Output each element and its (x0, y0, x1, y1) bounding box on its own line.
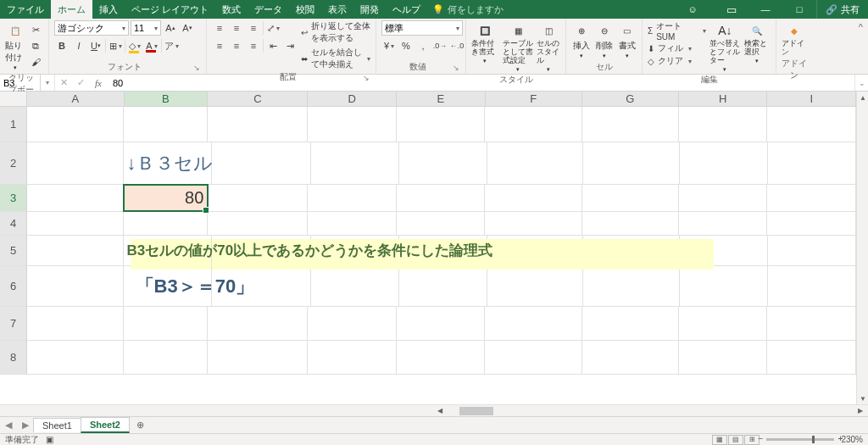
tab-help[interactable]: ヘルプ (386, 0, 427, 19)
cell-C4[interactable] (208, 212, 308, 235)
select-all-corner[interactable] (0, 92, 27, 106)
tab-home[interactable]: ホーム (51, 0, 92, 19)
tab-review[interactable]: 校閲 (289, 0, 321, 19)
row-header-2[interactable]: 2 (0, 142, 27, 184)
cell-E6[interactable] (399, 266, 487, 306)
new-sheet-button[interactable]: ⊕ (130, 420, 151, 431)
zoom-level-label[interactable]: 230% (841, 435, 863, 444)
hscroll-thumb[interactable] (459, 407, 493, 415)
font-color-button[interactable]: A (144, 38, 159, 53)
insert-function-button[interactable]: fx (89, 78, 108, 88)
cell-H1[interactable] (679, 107, 768, 142)
row-header-1[interactable]: 1 (0, 107, 27, 142)
scroll-up-icon[interactable]: ▲ (857, 92, 868, 103)
cell-B7[interactable] (124, 307, 208, 340)
tab-file[interactable]: ファイル (0, 0, 51, 19)
cell-F2[interactable] (487, 142, 583, 184)
cell-H6[interactable] (680, 266, 768, 306)
cell-H4[interactable] (679, 212, 768, 235)
cell-B6[interactable]: 「B3＞＝70」 (124, 266, 212, 306)
cell-B2[interactable]: ↓Ｂ３セル (124, 142, 212, 184)
row-header-6[interactable]: 6 (0, 266, 27, 306)
sheet-tab-sheet2[interactable]: Sheet2 (81, 417, 130, 433)
delete-cells-button[interactable]: ⊖削除▾ (594, 20, 614, 59)
expand-formula-bar-button[interactable]: ⌄ (854, 75, 868, 91)
align-middle-button[interactable]: ≡ (229, 20, 244, 36)
cell-H3[interactable] (679, 185, 768, 211)
column-header-E[interactable]: E (397, 92, 486, 106)
cell-I7[interactable] (767, 307, 856, 340)
tab-insert[interactable]: 挿入 (92, 0, 125, 19)
font-launcher[interactable]: ↘ (193, 64, 200, 72)
tell-me-search[interactable]: 💡 何をしますか (432, 3, 504, 16)
cell-F6[interactable] (487, 266, 583, 306)
number-launcher[interactable]: ↘ (453, 64, 459, 72)
phonetic-button[interactable]: ア (164, 38, 179, 53)
increase-font-button[interactable]: A▴ (163, 20, 178, 36)
cell-A4[interactable] (27, 212, 124, 235)
tab-formulas[interactable]: 数式 (215, 0, 248, 19)
cell-A5[interactable] (27, 236, 123, 265)
cell-I4[interactable] (767, 212, 856, 235)
column-header-A[interactable]: A (27, 92, 124, 106)
column-header-B[interactable]: B (125, 92, 209, 106)
cell-E8[interactable] (397, 341, 486, 374)
row-header-5[interactable]: 5 (0, 236, 27, 265)
collapse-ribbon-icon[interactable]: ^ (859, 22, 863, 32)
cell-F4[interactable] (485, 212, 581, 235)
feedback-icon[interactable]: ☺ (676, 0, 709, 19)
scroll-left-icon[interactable]: ◀ (434, 405, 446, 417)
cell-D8[interactable] (308, 341, 397, 374)
cell-G6[interactable] (583, 266, 679, 306)
decrease-font-button[interactable]: A▾ (180, 20, 195, 36)
cell-A3[interactable] (27, 185, 124, 211)
cell-A8[interactable] (27, 341, 124, 374)
column-header-G[interactable]: G (582, 92, 679, 106)
enter-formula-button[interactable]: ✓ (72, 77, 89, 88)
cell-H8[interactable] (679, 341, 768, 374)
cell-A1[interactable] (27, 107, 124, 142)
cell-F7[interactable] (485, 307, 581, 340)
cell-F1[interactable] (485, 107, 581, 142)
increase-decimal-button[interactable]: .0→ (432, 38, 448, 53)
cell-B3[interactable]: 80 (124, 185, 208, 211)
cell-G1[interactable] (582, 107, 679, 142)
zoom-slider[interactable]: −+ (766, 438, 834, 441)
align-right-button[interactable]: ≡ (246, 38, 261, 53)
underline-button[interactable]: U▾ (88, 38, 103, 53)
cell-C8[interactable] (208, 341, 308, 374)
cell-B4[interactable] (124, 212, 208, 235)
column-header-F[interactable]: F (486, 92, 582, 106)
page-layout-view-button[interactable]: ▤ (728, 435, 743, 445)
tab-data[interactable]: データ (248, 0, 289, 19)
scroll-right-icon[interactable]: ▶ (854, 405, 866, 417)
cell-A2[interactable] (27, 142, 123, 184)
font-size-combo[interactable]: 11 (131, 20, 161, 36)
vertical-scrollbar[interactable]: ▲ ▼ (856, 92, 868, 404)
cell-styles-button[interactable]: ◫セルのスタイル▾ (537, 20, 560, 73)
tab-page-layout[interactable]: ページ レイアウト (125, 0, 215, 19)
cell-I1[interactable] (767, 107, 856, 142)
normal-view-button[interactable]: ▦ (712, 435, 727, 445)
row-header-8[interactable]: 8 (0, 341, 27, 374)
cell-I5[interactable] (768, 236, 856, 265)
cell-I6[interactable] (768, 266, 856, 306)
merge-center-button[interactable]: ⬌セルを結合して中央揃え (301, 47, 370, 70)
cell-D2[interactable] (311, 142, 399, 184)
format-as-table-button[interactable]: ▦テーブルとして書式設定▾ (503, 20, 533, 73)
clear-button[interactable]: ◇クリア (648, 55, 706, 67)
cell-A7[interactable] (27, 307, 124, 340)
copy-button[interactable]: ⧉ (28, 38, 43, 53)
cell-H2[interactable] (680, 142, 768, 184)
cell-B1[interactable] (124, 107, 208, 142)
cell-D4[interactable] (308, 212, 397, 235)
alignment-launcher[interactable]: ↘ (363, 74, 370, 82)
bold-button[interactable]: B (54, 38, 70, 53)
number-format-combo[interactable]: 標準 (381, 20, 463, 36)
scroll-down-icon[interactable]: ▼ (857, 392, 868, 404)
column-header-I[interactable]: I (767, 92, 856, 106)
cut-button[interactable]: ✂ (28, 22, 43, 37)
row-header-7[interactable]: 7 (0, 307, 27, 340)
cell-G2[interactable] (583, 142, 679, 184)
addins-button[interactable]: ◆アドイン (782, 20, 807, 57)
